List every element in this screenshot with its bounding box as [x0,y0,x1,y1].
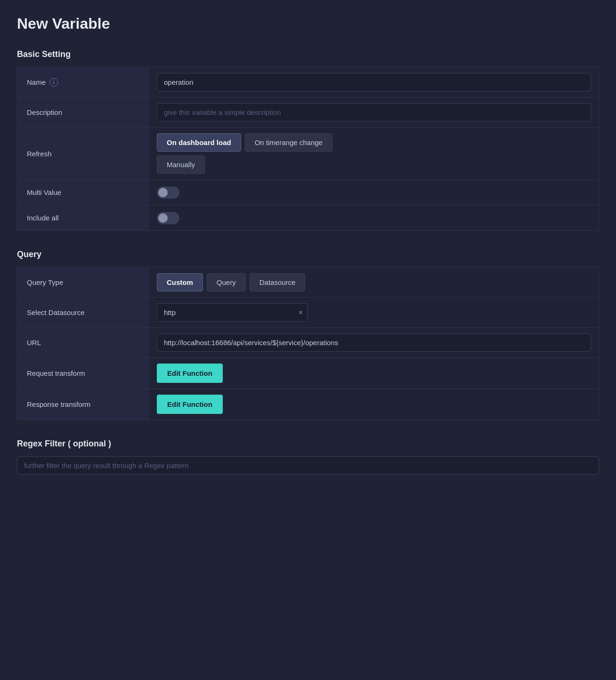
refresh-btn-on-timerange-change[interactable]: On timerange change [245,133,332,152]
basic-setting-title: Basic Setting [17,49,599,59]
multi-value-slider [157,186,179,199]
refresh-btn-group-row2: Manually [157,155,205,174]
url-input[interactable] [157,333,591,352]
name-label: Name i [17,67,149,97]
include-all-toggle[interactable] [157,212,179,224]
multi-value-cell [149,181,599,204]
request-transform-edit-btn[interactable]: Edit Function [157,364,223,383]
select-datasource-row: Select Datasource × [17,297,599,327]
query-type-btn-query[interactable]: Query [207,273,246,291]
query-type-label: Query Type [17,267,149,297]
response-transform-edit-btn[interactable]: Edit Function [157,395,223,414]
regex-filter-section: Regex Filter ( optional ) [17,439,599,475]
description-label: Description [17,97,149,127]
description-value-cell [149,97,599,127]
regex-filter-input[interactable] [17,456,599,475]
refresh-row: Refresh On dashboard load On timerange c… [17,127,599,179]
refresh-btn-on-dashboard-load[interactable]: On dashboard load [157,133,241,152]
name-info-icon[interactable]: i [49,78,58,87]
refresh-btn-manually[interactable]: Manually [157,155,205,174]
name-value-cell [149,67,599,97]
description-row: Description [17,97,599,127]
name-row: Name i [17,67,599,97]
response-transform-row: Response transform Edit Function [17,389,599,420]
query-type-btn-datasource[interactable]: Datasource [250,273,306,291]
request-transform-cell: Edit Function [149,358,599,389]
description-input[interactable] [157,103,591,121]
query-section-title: Query [17,250,599,259]
url-value-cell [149,328,599,357]
include-all-label: Include all [17,205,149,230]
query-type-btn-group: Custom Query Datasource [157,273,305,291]
page-title: New Variable [17,15,599,32]
include-all-slider [157,212,179,224]
request-transform-row: Request transform Edit Function [17,357,599,389]
request-transform-label: Request transform [17,358,149,389]
response-transform-cell: Edit Function [149,389,599,420]
response-transform-label: Response transform [17,389,149,420]
include-all-row: Include all [17,205,599,231]
regex-filter-title: Regex Filter ( optional ) [17,439,599,449]
url-row: URL [17,327,599,357]
include-all-cell [149,206,599,230]
datasource-input-wrap: × [157,303,308,322]
datasource-clear-icon[interactable]: × [299,309,303,316]
refresh-btn-group-row1: On dashboard load On timerange change [157,133,332,152]
multi-value-toggle[interactable] [157,186,179,199]
query-type-btn-custom[interactable]: Custom [157,273,203,291]
multi-value-row: Multi Value [17,179,599,205]
query-type-row: Query Type Custom Query Datasource [17,267,599,297]
multi-value-label: Multi Value [17,180,149,205]
select-datasource-label: Select Datasource [17,298,149,327]
refresh-label: Refresh [17,128,149,179]
basic-setting-section: Basic Setting Name i Description Refresh… [17,49,599,231]
url-label: URL [17,328,149,357]
query-type-cell: Custom Query Datasource [149,267,599,297]
refresh-value-cell: On dashboard load On timerange change Ma… [149,128,599,179]
datasource-input[interactable] [157,303,308,322]
name-input[interactable] [157,73,591,91]
query-section: Query Query Type Custom Query Datasource… [17,250,599,420]
select-datasource-cell: × [149,298,599,327]
